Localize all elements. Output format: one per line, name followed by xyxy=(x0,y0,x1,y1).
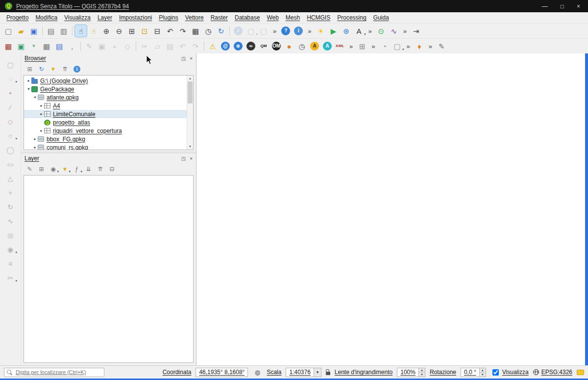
filter-by-expression-icon[interactable]: ƒ▾ xyxy=(72,165,81,174)
fill-ring-icon[interactable]: ◉▾ xyxy=(4,244,16,255)
annotation-pencil-icon[interactable]: ✎ xyxy=(436,40,447,52)
menu-vettore[interactable]: Vettore xyxy=(182,13,207,22)
digitize-regular-polygon-icon[interactable]: △ xyxy=(4,173,16,184)
search-plugin-icon[interactable]: ⊙ xyxy=(375,25,387,37)
browser-item-comuni-rs-gpkg[interactable]: ▸comuni_rs.gpkg xyxy=(24,143,187,150)
spin-down-icon[interactable]: ▼ xyxy=(480,373,486,377)
select-tool-icon[interactable]: ◌▾ xyxy=(4,74,16,84)
menu-impostazioni[interactable]: Impostazioni xyxy=(116,13,155,22)
menu-visualizza[interactable]: Visualizza xyxy=(61,13,94,22)
add-vector-layer-icon[interactable]: V xyxy=(28,40,40,52)
refresh-browser-icon[interactable]: ↻ xyxy=(37,65,46,74)
locator-search-box[interactable] xyxy=(4,368,104,377)
rotation-spinbox[interactable]: 0,0 ° ▲▼ xyxy=(461,368,486,377)
toolbar-overflow-button[interactable]: » xyxy=(400,27,410,35)
messages-icon[interactable] xyxy=(577,370,584,375)
zoom-last-icon[interactable]: ↶ xyxy=(164,25,176,37)
geocoding-icon[interactable]: ⊕ xyxy=(234,42,243,51)
rotate-feature-icon[interactable]: ↻ xyxy=(4,202,16,212)
info-icon[interactable]: i xyxy=(294,26,303,35)
open-layer-styling-icon[interactable]: ✎ xyxy=(25,165,34,174)
collapse-all-layers-icon[interactable]: ⇈ xyxy=(96,165,105,174)
close-panel-icon[interactable]: × xyxy=(190,156,193,161)
filter-browser-icon[interactable]: ▼ xyxy=(49,65,58,74)
paste-features-icon[interactable]: ▤ xyxy=(164,40,176,52)
add-delimited-text-layer-icon[interactable]: , xyxy=(66,40,78,52)
menu-processing[interactable]: Processing xyxy=(334,13,369,22)
menu-mesh[interactable]: Mesh xyxy=(282,13,303,22)
menu-raster[interactable]: Raster xyxy=(207,13,231,22)
collapse-arrow-icon[interactable]: ▾ xyxy=(26,87,31,91)
digitize-point-icon[interactable]: • xyxy=(4,88,16,99)
toolbar-overflow-button[interactable]: » xyxy=(365,27,374,35)
scrollbar-track[interactable] xyxy=(187,81,193,144)
pan-to-selection-icon[interactable]: ☝ xyxy=(88,25,99,37)
toggle-editing-icon[interactable]: ✎ xyxy=(83,40,95,52)
menu-guida[interactable]: Guida xyxy=(370,13,392,22)
browser-item-riquadri-vettore-copertura[interactable]: ▸riquadri_vettore_copertura xyxy=(24,127,187,135)
toolbar-overflow-button[interactable]: » xyxy=(270,27,279,35)
zoom-to-layer-icon[interactable]: ⊟ xyxy=(151,25,163,37)
scale-combobox[interactable]: 1:40376 ▼ xyxy=(286,368,321,377)
undo-icon[interactable]: ↶ xyxy=(177,40,189,52)
zoom-in-icon[interactable]: ⊕ xyxy=(100,25,112,37)
move-feature-icon[interactable]: + xyxy=(4,187,16,198)
show-unplaced-labels-icon[interactable]: ⚠ xyxy=(207,40,219,52)
toolbar-overflow-button[interactable]: » xyxy=(346,43,356,50)
data-source-manager-icon[interactable]: ▦ xyxy=(2,40,14,52)
elevation-profile-icon[interactable]: ∿ xyxy=(388,25,400,37)
map-canvas[interactable] xyxy=(196,53,585,365)
locator-input[interactable] xyxy=(15,369,101,376)
simplify-feature-icon[interactable]: ∿ xyxy=(4,216,16,227)
close-button[interactable]: × xyxy=(577,3,580,10)
browser-item-a4[interactable]: ▸A4 xyxy=(24,101,187,110)
spin-down-icon[interactable]: ▼ xyxy=(419,373,425,377)
quickmapservices-qm-icon[interactable]: QM xyxy=(258,40,270,52)
add-group-icon[interactable]: ⊞ xyxy=(37,165,46,174)
expand-arrow-icon[interactable]: ▸ xyxy=(26,78,31,83)
digitize-ellipse-icon[interactable]: ◯ xyxy=(4,145,16,155)
render-toggle[interactable]: Visualizza xyxy=(490,368,529,377)
kml-tools-icon[interactable]: KML xyxy=(334,40,346,52)
browser-item-g-google-drive[interactable]: ▸G:\ (Google Drive) xyxy=(24,76,187,85)
copy-features-icon[interactable]: ▱ xyxy=(151,40,163,52)
deselect-features-icon[interactable]: ▢ xyxy=(258,25,270,37)
add-selected-layers-icon[interactable]: ⊞ xyxy=(25,65,34,74)
filter-legend-icon[interactable]: ▼▾ xyxy=(60,165,70,174)
browser-item-limitecomunale[interactable]: ▸LimiteComunale xyxy=(24,110,187,118)
plugin-tools-icon[interactable]: ⊞ xyxy=(356,40,368,52)
digitize-rectangle-icon[interactable]: ▭ xyxy=(4,159,16,170)
refresh-map-icon[interactable]: ↻ xyxy=(215,25,227,37)
menu-layer[interactable]: Layer xyxy=(94,13,116,22)
identify-tool-icon[interactable]: ▢ xyxy=(4,59,16,70)
add-feature-icon[interactable]: + xyxy=(109,40,121,52)
browser-scrollbar[interactable]: ▲ ▼ xyxy=(187,76,193,150)
translate-b-icon[interactable]: A xyxy=(323,42,332,51)
menu-web[interactable]: Web xyxy=(263,13,282,22)
expand-arrow-icon[interactable]: ▸ xyxy=(39,128,44,133)
menu-hcmgis[interactable]: HCMGIS xyxy=(303,13,334,22)
autosaver-icon[interactable]: ● xyxy=(283,40,295,52)
redo-icon[interactable]: ↷ xyxy=(190,40,201,52)
browser-item-geopackage[interactable]: ▾GeoPackage xyxy=(24,85,187,93)
quickmapservices-sun-icon[interactable]: ☀ xyxy=(315,25,326,37)
add-raster-layer-icon[interactable]: ▦ xyxy=(41,40,52,52)
temporal-controller-icon[interactable]: ◷ xyxy=(202,25,214,37)
expand-arrow-icon[interactable]: ▸ xyxy=(39,103,44,108)
web-globe-icon[interactable]: ⊛ xyxy=(340,25,352,37)
results-viewer-icon[interactable]: ▢▾ xyxy=(391,40,403,52)
coordinate-value[interactable]: 46,1935° 8,1608° xyxy=(196,368,248,377)
scroll-up-icon[interactable]: ▲ xyxy=(189,76,192,81)
new-print-layout-icon[interactable]: ▤ xyxy=(45,25,57,37)
menu-modifica[interactable]: Modifica xyxy=(32,13,61,22)
maximize-button[interactable]: □ xyxy=(561,3,564,10)
close-panel-icon[interactable]: × xyxy=(190,56,193,61)
open-project-icon[interactable]: ▰ xyxy=(15,25,27,37)
spin-up-icon[interactable]: ▲ xyxy=(480,368,486,373)
toolbar-overflow-button[interactable]: » xyxy=(305,27,314,35)
layers-list-empty[interactable] xyxy=(24,175,194,363)
scroll-down-icon[interactable]: ▼ xyxy=(189,144,192,150)
zoom-to-selection-icon[interactable]: ⊡ xyxy=(139,25,150,37)
pan-map-icon[interactable]: ☝ xyxy=(75,25,87,37)
split-features-icon[interactable]: ✂▾ xyxy=(4,273,16,283)
